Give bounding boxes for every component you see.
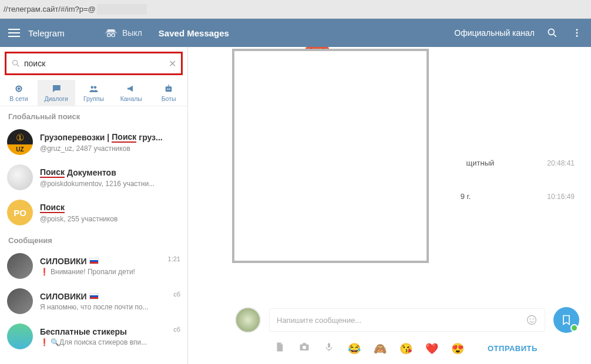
exclamation-icon: ❗ [40, 268, 49, 276]
sidebar: ✕ В сети Диалоги Группы Каналы Боты [0, 47, 188, 364]
result-title: СИЛОВИКИ [40, 292, 173, 301]
svg-rect-22 [303, 343, 306, 345]
mic-icon [324, 341, 334, 353]
emoji-kiss[interactable]: 😘 [399, 342, 412, 355]
emoji-hearteyes[interactable]: 😍 [451, 342, 464, 355]
search-icon [11, 59, 21, 68]
avatar [7, 253, 33, 279]
svg-point-2 [548, 29, 554, 35]
svg-point-11 [91, 86, 94, 89]
svg-point-18 [530, 318, 531, 319]
avatar [7, 164, 33, 190]
url-masked [97, 4, 147, 15]
hamburger-icon [8, 29, 20, 37]
avatar: PO [7, 200, 33, 225]
avatar [7, 288, 33, 314]
section-global: Глобальный поиск [0, 106, 187, 124]
chat-icon [51, 83, 62, 94]
incognito-icon [105, 29, 117, 38]
emoji-heart[interactable]: ❤️ [425, 342, 438, 355]
svg-point-12 [94, 86, 97, 89]
chat-title[interactable]: Saved Messages [142, 28, 454, 38]
emoji-monkey[interactable]: 🙈 [374, 342, 387, 355]
attach-row: 😂 🙈 😘 ❤️ 😍 ОТПРАВИТЬ [235, 341, 579, 356]
result-sub: ❗Внимание! Пропали дети! [40, 268, 168, 276]
flag-ru-icon [89, 293, 99, 299]
incognito-toggle[interactable]: Выкл [105, 28, 142, 38]
tab-online[interactable]: В сети [0, 80, 38, 106]
global-result-row[interactable]: Поиск Документов @poiskdokumentov, 1216 … [0, 160, 187, 195]
result-time: 1:21 [168, 255, 180, 262]
result-sub: ❗🔍Для поиска стикеров впи... [40, 338, 173, 346]
search-results[interactable]: Глобальный поиск Грузоперевозки | Поиск … [0, 106, 187, 364]
result-time: сб [173, 326, 180, 333]
message-placeholder: Напишите сообщение... [277, 316, 526, 325]
svg-point-21 [303, 346, 306, 349]
result-title: Грузоперевозки | Поиск груз... [40, 132, 180, 143]
tab-bots[interactable]: Боты [150, 80, 187, 106]
menu-button[interactable] [0, 19, 28, 47]
result-title: Поиск Документов [40, 167, 180, 178]
avatar [7, 323, 33, 349]
svg-point-5 [576, 32, 578, 34]
attach-voice-button[interactable] [323, 341, 335, 356]
avatar [7, 129, 33, 155]
svg-point-15 [169, 89, 170, 90]
result-time: сб [173, 291, 180, 298]
brand-title: Telegram [28, 28, 105, 38]
tab-groups[interactable]: Группы [75, 80, 113, 106]
result-title: Бесплатные стикеры [40, 327, 173, 336]
flag-ru-icon [89, 258, 99, 264]
compose-area: Напишите сообщение... [235, 307, 579, 356]
online-icon [13, 83, 25, 94]
search-icon [546, 27, 558, 39]
result-sub: @poisk, 255 участников [40, 215, 180, 223]
tab-channels[interactable]: Каналы [112, 80, 150, 106]
message-result-row[interactable]: СИЛОВИКИ Я напомню, что после почти по..… [0, 284, 187, 319]
header-more-button[interactable] [570, 26, 584, 40]
url-text: //телеграм.сайт/#/im?p=@ [4, 5, 96, 14]
emoji-laugh[interactable]: 😂 [348, 342, 361, 355]
message-result-row[interactable]: СИЛОВИКИ ❗Внимание! Пропали дети! 1:21 [0, 248, 187, 284]
clear-search-button[interactable]: ✕ [169, 58, 176, 69]
svg-point-17 [528, 316, 536, 325]
send-button[interactable]: ОТПРАВИТЬ [488, 344, 538, 353]
chat-area: щитный20:48:41 9 г.10:16:49 Напишите соо… [188, 47, 591, 364]
image-placeholder[interactable] [232, 49, 429, 263]
incognito-label: Выкл [122, 28, 142, 38]
emoji-picker-icon[interactable] [526, 314, 538, 326]
search-input[interactable] [21, 59, 169, 68]
official-channel-link[interactable]: Официальный канал [454, 28, 535, 38]
svg-line-3 [554, 35, 556, 37]
attach-photo-button[interactable] [298, 342, 310, 355]
header-search-button[interactable] [545, 26, 559, 40]
global-result-row[interactable]: Грузоперевозки | Поиск груз... @gruz_uz,… [0, 124, 187, 160]
section-messages: Сообщения [0, 230, 187, 248]
message-input[interactable]: Напишите сообщение... [269, 308, 545, 332]
user-avatar[interactable] [235, 307, 261, 333]
tab-dialogs[interactable]: Диалоги [38, 80, 75, 106]
message-result-row[interactable]: Бесплатные стикеры ❗🔍Для поиска стикеров… [0, 319, 187, 354]
loupe-icon: 🔍 [51, 338, 59, 346]
dots-vertical-icon [572, 28, 582, 38]
result-title: СИЛОВИКИ [40, 257, 168, 266]
attach-file-button[interactable] [274, 342, 286, 355]
sidebar-tabs: В сети Диалоги Группы Каналы Боты [0, 80, 187, 106]
global-result-row[interactable]: PO Поиск @poisk, 255 участников [0, 195, 187, 230]
app-header: Telegram Выкл Saved Messages Официальный… [0, 19, 591, 47]
bookmark-fab[interactable] [553, 307, 579, 333]
result-sub: @gruz_uz, 2487 участников [40, 144, 180, 153]
result-sub: @poiskdokumentov, 1216 участни... [40, 180, 180, 188]
browser-url-bar: //телеграм.сайт/#/im?p=@ [0, 0, 591, 19]
result-sub: Я напомню, что после почти по... [40, 303, 173, 311]
camera-icon [298, 342, 310, 352]
svg-rect-13 [166, 86, 172, 92]
svg-line-8 [17, 65, 19, 66]
result-title: Поиск [40, 203, 180, 213]
megaphone-icon [125, 83, 137, 94]
file-icon [274, 342, 285, 352]
svg-point-0 [108, 33, 110, 36]
svg-point-7 [13, 60, 18, 65]
svg-point-1 [112, 33, 115, 36]
message-meta: щитный20:48:41 9 г.10:16:49 [461, 159, 575, 225]
